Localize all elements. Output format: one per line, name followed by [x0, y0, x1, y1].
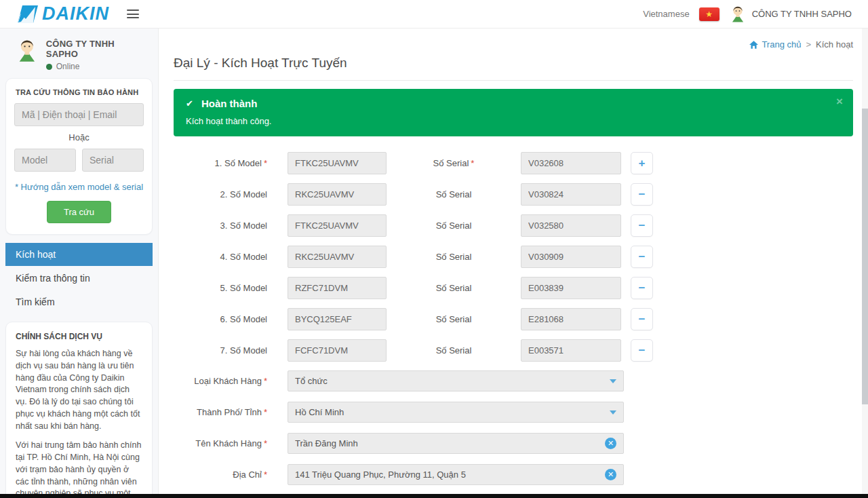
code-phone-email-input[interactable] [14, 103, 144, 126]
address-field[interactable]: 141 Triệu Quang Phục, Phường 11, Quận 5 … [288, 464, 624, 485]
required-marker: * [264, 470, 267, 480]
required-marker: * [264, 376, 267, 386]
breadcrumb-home-link[interactable]: Trang chủ [749, 39, 801, 50]
required-marker: * [264, 158, 267, 168]
address-value: 141 Triệu Quang Phục, Phường 11, Quận 5 [295, 470, 599, 480]
service-policy-panel: CHÍNH SÁCH DỊCH VỤ Sự hài lòng của khách… [5, 322, 153, 498]
home-icon [749, 41, 758, 49]
device-row: 3. Số Model Số Serial − [174, 214, 853, 237]
city-label: Thành Phố/ Tỉnh* [174, 407, 267, 417]
model-serial-guide-link[interactable]: * Hướng dẫn xem model & serial [14, 182, 144, 192]
customer-type-value: Tổ chức [295, 376, 604, 386]
model-input[interactable] [288, 308, 387, 330]
model-input[interactable] [288, 277, 387, 299]
alert-message: Kích hoạt thành công. [186, 116, 841, 126]
serial-label: Số Serial [387, 221, 521, 231]
serial-label: Số Serial [387, 252, 521, 262]
clear-icon[interactable]: ✕ [605, 438, 616, 449]
serial-input[interactable] [521, 277, 621, 299]
serial-input[interactable] [521, 214, 621, 237]
check-icon: ✔ [186, 98, 193, 109]
warranty-lookup-panel: TRA CỨU THÔNG TIN BẢO HÀNH Hoặc * Hướng … [5, 78, 153, 235]
top-user-name: CÔNG TY TNHH SAPHO [752, 9, 852, 19]
field-row: Địa Chỉ* 141 Triệu Quang Phục, Phường 11… [174, 464, 853, 485]
required-marker: * [264, 407, 267, 417]
online-status-dot [46, 64, 52, 70]
model-lookup-input[interactable] [14, 149, 76, 172]
model-label: 4. Số Model [174, 252, 267, 262]
model-label: 1. Số Model* [174, 158, 267, 168]
remove-row-button[interactable]: − [631, 339, 653, 362]
breadcrumb: Trang chủ > Kích hoạt [174, 28, 853, 50]
daikin-logo-mark [18, 5, 38, 23]
serial-input[interactable] [521, 152, 621, 174]
serial-lookup-input[interactable] [82, 149, 144, 172]
vertical-scrollbar[interactable] [862, 28, 868, 498]
model-input[interactable] [288, 183, 387, 206]
language-selector[interactable]: Vietnamese [643, 9, 689, 19]
device-row: 2. Số Model Số Serial − [174, 183, 853, 206]
user-menu[interactable]: CÔNG TY TNHH SAPHO [729, 5, 852, 23]
serial-label: Số Serial [387, 314, 521, 324]
title-divider [174, 80, 853, 81]
field-row: Loại Khách Hàng* Tổ chức [174, 370, 853, 391]
sidebar-user-name: CÔNG TY TNHH SAPHO [46, 39, 149, 59]
city-select[interactable]: Hồ Chí Minh [288, 402, 624, 423]
serial-input[interactable] [521, 246, 621, 268]
model-label: 2. Số Model [174, 189, 267, 199]
lookup-button[interactable]: Tra cứu [47, 201, 111, 223]
model-label: 5. Số Model [174, 283, 267, 293]
clear-icon[interactable]: ✕ [605, 469, 616, 480]
model-input[interactable] [288, 214, 387, 237]
remove-row-button[interactable]: − [631, 183, 653, 206]
remove-row-button[interactable]: − [631, 277, 653, 299]
remove-row-button[interactable]: − [631, 308, 653, 330]
model-input[interactable] [288, 246, 387, 268]
or-label: Hoặc [14, 132, 144, 142]
success-alert: ✔ Hoàn thành Kích hoạt thành công. × [174, 89, 853, 136]
online-status-label: Online [56, 62, 80, 71]
close-icon[interactable]: × [836, 96, 843, 107]
avatar-icon [15, 38, 39, 62]
field-row: Thành Phố/ Tỉnh* Hồ Chí Minh [174, 402, 853, 423]
device-row: 6. Số Model Số Serial − [174, 308, 853, 330]
device-row: 1. Số Model* Số Serial* + [174, 152, 853, 174]
serial-input[interactable] [521, 308, 621, 330]
serial-input[interactable] [521, 339, 621, 362]
model-input[interactable] [288, 152, 387, 174]
chevron-down-icon [610, 379, 616, 383]
device-row: 7. Số Model Số Serial − [174, 339, 853, 362]
top-header: DAIKIN Vietnamese ★ CÔNG TY TNHH SAPHO [0, 0, 868, 28]
customer-type-select[interactable]: Tổ chức [288, 370, 624, 391]
remove-row-button[interactable]: − [631, 214, 653, 237]
customer-name-label: Tên Khách Hàng* [174, 438, 267, 448]
customer-name-field[interactable]: Trần Đăng Minh ✕ [288, 433, 624, 454]
sidebar: CÔNG TY TNHH SAPHO Online TRA CỨU THÔNG … [0, 28, 158, 498]
activation-form: 1. Số Model* Số Serial* + 2. Số Model Số… [174, 152, 853, 498]
sidebar-item-search[interactable]: Tìm kiếm [5, 290, 153, 313]
scrollbar-thumb[interactable] [862, 109, 868, 404]
model-input[interactable] [288, 339, 387, 362]
daikin-logo: DAIKIN [18, 5, 109, 23]
serial-label: Số Serial [387, 345, 521, 356]
device-row: 4. Số Model Số Serial − [174, 246, 853, 268]
breadcrumb-separator: > [806, 39, 811, 50]
vietnam-flag-icon[interactable]: ★ [699, 7, 719, 21]
remove-row-button[interactable]: − [631, 246, 653, 268]
lookup-panel-title: TRA CỨU THÔNG TIN BẢO HÀNH [16, 88, 144, 96]
model-label: 7. Số Model [174, 345, 267, 356]
serial-input[interactable] [521, 183, 621, 206]
menu-toggle-icon[interactable] [127, 9, 139, 18]
sidebar-item-check-info[interactable]: Kiểm tra thông tin [5, 267, 153, 290]
bottom-edge-bar [0, 494, 868, 498]
serial-label: Số Serial [387, 189, 521, 199]
breadcrumb-current: Kích hoạt [816, 39, 853, 50]
add-row-button[interactable]: + [631, 152, 653, 174]
device-row: 5. Số Model Số Serial − [174, 277, 853, 299]
model-label: 3. Số Model [174, 221, 267, 231]
main-content: Trang chủ > Kích hoạt Đại Lý - Kích Hoạt… [158, 28, 868, 498]
page-title: Đại Lý - Kích Hoạt Trực Tuyến [174, 56, 853, 71]
address-label: Địa Chỉ* [174, 470, 267, 480]
sidebar-item-activate[interactable]: Kích hoạt [5, 243, 153, 266]
policy-paragraph: Sự hài lòng của khách hàng về dịch vụ sa… [16, 348, 142, 432]
